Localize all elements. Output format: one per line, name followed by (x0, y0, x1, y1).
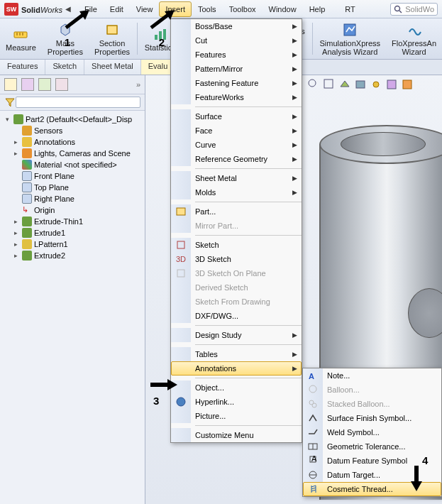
insert-picture[interactable]: Picture... (171, 409, 302, 423)
tree-right-plane[interactable]: Right Plane (3, 193, 142, 204)
zoom-area-icon[interactable] (323, 78, 336, 91)
fm-tab-dim-icon[interactable] (55, 78, 68, 91)
insert-cut[interactable]: Cut▶ (171, 33, 302, 48)
section-icon (104, 22, 120, 38)
filter-icon[interactable] (4, 97, 16, 108)
insert-sheetmetal[interactable]: Sheet Metal▶ (171, 171, 302, 185)
menu-tools[interactable]: Tools (192, 1, 223, 17)
menu-edit[interactable]: Edit (104, 1, 130, 17)
menu-insert[interactable]: Insert (159, 1, 192, 17)
insert-part[interactable]: Part... (171, 204, 302, 219)
tree-extrude1[interactable]: ▸Extrude1 (3, 227, 142, 239)
tree-lpattern1[interactable]: ▸LPattern1 (3, 239, 142, 250)
annotations-submenu: ANote... Balloon... Stacked Balloon... S… (302, 368, 442, 497)
annot-balloon: Balloon... (303, 383, 441, 397)
menu-window[interactable]: Window (263, 1, 303, 17)
tree-root[interactable]: ▾Part2 (Default<<Default>_Disp (3, 114, 142, 125)
app-name: SolidWorks (21, 3, 62, 15)
tree-top-plane[interactable]: Top Plane (3, 182, 142, 193)
menu-help[interactable]: Help (303, 1, 332, 17)
geo-icon (307, 441, 319, 452)
hide-show-icon[interactable] (370, 78, 382, 91)
menu-view[interactable]: View (130, 1, 160, 17)
datumf-icon: A (307, 455, 319, 466)
search-input[interactable]: SolidWo (390, 3, 438, 16)
fm-collapse-icon[interactable]: » (136, 80, 140, 89)
insert-annotations[interactable]: Annotations▶ (171, 361, 302, 376)
insert-curve[interactable]: Curve▶ (171, 138, 302, 152)
svg-point-15 (373, 82, 379, 87)
zoom-fit-icon[interactable] (307, 78, 320, 91)
ribbon-floxpress[interactable]: FloXpressAnWizard (386, 20, 442, 57)
annot-note[interactable]: ANote... (303, 368, 441, 383)
insert-object[interactable]: Object... (171, 380, 302, 395)
insert-refgeom[interactable]: Reference Geometry▶ (171, 152, 302, 166)
menu-file[interactable]: File (78, 1, 104, 17)
svg-rect-6 (107, 26, 117, 34)
insert-bossbase[interactable]: Boss/Base▶ (171, 19, 302, 33)
app-name-italic: Works (40, 6, 62, 14)
view-orient-icon[interactable] (338, 78, 351, 91)
insert-dxf[interactable]: DXF/DWG... (171, 309, 302, 323)
annot-geo[interactable]: Geometric Tolerance... (303, 439, 441, 454)
svg-rect-14 (356, 81, 365, 88)
app-logo: SW (4, 3, 18, 16)
menu-toolbox[interactable]: Toolbox (223, 1, 263, 17)
svg-point-12 (309, 80, 316, 87)
ribbon-measure[interactable]: Measure (0, 20, 42, 57)
insert-3dsketch[interactable]: 3D3D Sketch (171, 252, 302, 266)
insert-surface[interactable]: Surface▶ (171, 109, 302, 124)
tree-annotations[interactable]: ▸Annotations (3, 136, 142, 148)
svg-rect-8 (155, 35, 158, 40)
menu-rt[interactable]: RT (338, 1, 361, 17)
insert-fastening[interactable]: Fastening Feature▶ (171, 76, 302, 90)
ribbon-simxpress[interactable]: SimulationXpressAnalysis Wizard (314, 20, 386, 57)
weld-icon (307, 427, 319, 438)
ribbon-section-props[interactable]: SectionProperties (89, 20, 136, 57)
tree-sensors[interactable]: Sensors (3, 125, 142, 136)
insert-features[interactable]: Features▶ (171, 48, 302, 62)
tree-extrude-thin1[interactable]: ▸Extrude-Thin1 (3, 216, 142, 227)
stacked-icon (307, 398, 319, 410)
hyperlink-icon (175, 396, 187, 407)
insert-customize[interactable]: Customize Menu (171, 428, 302, 442)
ribbon-mass-props[interactable]: MassProperties 1 (42, 20, 89, 57)
insert-face[interactable]: Face▶ (171, 124, 302, 138)
insert-molds[interactable]: Molds▶ (171, 185, 302, 199)
tab-sheetmetal[interactable]: Sheet Metal (84, 60, 141, 75)
flo-icon (407, 22, 422, 38)
balloon-icon (307, 384, 319, 395)
feature-manager: » ▾Part2 (Default<<Default>_Disp Sensors… (0, 75, 145, 504)
annot-datumt[interactable]: Datum Target... (303, 468, 441, 482)
annot-datumf[interactable]: ADatum Feature Symbol (303, 454, 441, 468)
annot-weld[interactable]: Weld Symbol... (303, 425, 441, 439)
annot-surf[interactable]: Surface Finish Symbol... (303, 411, 441, 425)
scene-icon[interactable] (385, 78, 398, 91)
tree-extrude2[interactable]: ▸Extrude2 (3, 250, 142, 261)
svg-rect-11 (344, 24, 355, 35)
tree-front-plane[interactable]: Front Plane (3, 170, 142, 182)
callout-3: 3 (153, 395, 159, 407)
history-back-icon[interactable]: ◀ (62, 5, 74, 13)
insert-design-study[interactable]: Design Study▶ (171, 328, 302, 342)
insert-pattern[interactable]: Pattern/Mirror▶ (171, 62, 302, 76)
tree-origin[interactable]: ↳Origin (3, 204, 142, 216)
insert-featureworks[interactable]: FeatureWorks▶ (171, 90, 302, 104)
fm-tab-property-icon[interactable] (21, 78, 34, 91)
annot-cosmetic-thread[interactable]: Cosmetic Thread... (303, 482, 441, 496)
insert-tables[interactable]: Tables▶ (171, 347, 302, 361)
insert-hyperlink[interactable]: Hyperlink... (171, 395, 302, 409)
insert-sketch[interactable]: Sketch (171, 238, 302, 252)
tab-sketch[interactable]: Sketch (45, 60, 84, 75)
display-style-icon[interactable] (354, 78, 367, 91)
fm-tab-tree-icon[interactable] (4, 78, 17, 91)
filter-input[interactable] (16, 97, 140, 108)
tree-material[interactable]: Material <not specified> (3, 159, 142, 170)
tab-features[interactable]: Features (0, 60, 45, 75)
svg-rect-21 (177, 270, 184, 277)
svg-point-22 (177, 398, 185, 406)
insert-3dsketch-plane: 3D Sketch On Plane (171, 266, 302, 280)
tree-lights[interactable]: ▸Lights, Cameras and Scene (3, 148, 142, 159)
fm-tab-config-icon[interactable] (38, 78, 51, 91)
section-view-icon[interactable] (401, 78, 414, 91)
